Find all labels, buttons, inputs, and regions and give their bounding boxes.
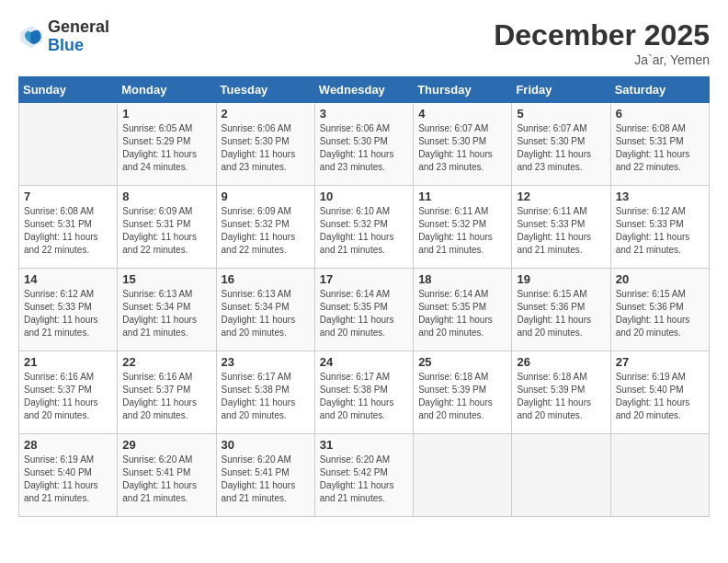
logo-general: General bbox=[48, 17, 109, 36]
logo: General Blue bbox=[18, 18, 109, 55]
month-year: December 2025 bbox=[494, 18, 710, 52]
logo-blue: Blue bbox=[48, 36, 84, 54]
day-info: Sunrise: 6:15 AMSunset: 5:36 PMDaylight:… bbox=[616, 288, 704, 339]
logo-text: General Blue bbox=[48, 18, 109, 55]
weekday-header-wednesday: Wednesday bbox=[314, 77, 413, 103]
calendar-cell: 19Sunrise: 6:15 AMSunset: 5:36 PMDayligh… bbox=[512, 269, 610, 351]
day-info: Sunrise: 6:20 AMSunset: 5:42 PMDaylight:… bbox=[320, 454, 408, 505]
calendar-table: SundayMondayTuesdayWednesdayThursdayFrid… bbox=[18, 76, 710, 517]
location: Ja`ar, Yemen bbox=[494, 52, 710, 67]
weekday-header-friday: Friday bbox=[512, 77, 610, 103]
day-number: 13 bbox=[616, 190, 704, 203]
calendar-cell: 21Sunrise: 6:16 AMSunset: 5:37 PMDayligh… bbox=[19, 351, 118, 434]
day-info: Sunrise: 6:15 AMSunset: 5:36 PMDaylight:… bbox=[517, 288, 605, 339]
calendar-cell: 8Sunrise: 6:09 AMSunset: 5:31 PMDaylight… bbox=[118, 186, 216, 269]
day-number: 28 bbox=[24, 438, 112, 452]
day-info: Sunrise: 6:07 AMSunset: 5:30 PMDaylight:… bbox=[418, 122, 506, 174]
day-number: 10 bbox=[320, 190, 408, 203]
title-block: December 2025 Ja`ar, Yemen bbox=[494, 18, 710, 67]
day-number: 12 bbox=[517, 190, 605, 203]
day-info: Sunrise: 6:10 AMSunset: 5:32 PMDaylight:… bbox=[320, 205, 408, 257]
calendar-cell: 31Sunrise: 6:20 AMSunset: 5:42 PMDayligh… bbox=[314, 434, 413, 517]
calendar-cell: 12Sunrise: 6:11 AMSunset: 5:33 PMDayligh… bbox=[512, 186, 610, 269]
weekday-header-tuesday: Tuesday bbox=[216, 77, 314, 103]
calendar-cell: 29Sunrise: 6:20 AMSunset: 5:41 PMDayligh… bbox=[118, 434, 216, 517]
calendar-cell bbox=[414, 434, 512, 517]
day-info: Sunrise: 6:18 AMSunset: 5:39 PMDaylight:… bbox=[418, 371, 506, 422]
day-number: 7 bbox=[24, 190, 112, 203]
calendar-cell: 5Sunrise: 6:07 AMSunset: 5:30 PMDaylight… bbox=[512, 103, 610, 186]
day-info: Sunrise: 6:12 AMSunset: 5:33 PMDaylight:… bbox=[24, 288, 112, 339]
weekday-header-monday: Monday bbox=[118, 77, 216, 103]
day-number: 3 bbox=[320, 107, 408, 121]
day-info: Sunrise: 6:17 AMSunset: 5:38 PMDaylight:… bbox=[222, 371, 310, 422]
day-number: 23 bbox=[222, 355, 310, 369]
calendar-week-row: 7Sunrise: 6:08 AMSunset: 5:31 PMDaylight… bbox=[19, 186, 710, 269]
calendar-cell: 24Sunrise: 6:17 AMSunset: 5:38 PMDayligh… bbox=[314, 351, 413, 434]
day-info: Sunrise: 6:12 AMSunset: 5:33 PMDaylight:… bbox=[616, 205, 704, 257]
day-number: 2 bbox=[222, 107, 310, 121]
calendar-cell: 25Sunrise: 6:18 AMSunset: 5:39 PMDayligh… bbox=[414, 351, 512, 434]
calendar-cell: 4Sunrise: 6:07 AMSunset: 5:30 PMDaylight… bbox=[414, 103, 512, 186]
day-info: Sunrise: 6:09 AMSunset: 5:32 PMDaylight:… bbox=[222, 205, 310, 257]
calendar-cell: 1Sunrise: 6:05 AMSunset: 5:29 PMDaylight… bbox=[118, 103, 216, 186]
calendar-cell: 30Sunrise: 6:20 AMSunset: 5:41 PMDayligh… bbox=[216, 434, 314, 517]
weekday-header-row: SundayMondayTuesdayWednesdayThursdayFrid… bbox=[19, 77, 710, 103]
day-info: Sunrise: 6:06 AMSunset: 5:30 PMDaylight:… bbox=[320, 122, 408, 174]
calendar-cell: 9Sunrise: 6:09 AMSunset: 5:32 PMDaylight… bbox=[216, 186, 314, 269]
calendar-cell bbox=[19, 103, 118, 186]
calendar-cell: 13Sunrise: 6:12 AMSunset: 5:33 PMDayligh… bbox=[610, 186, 709, 269]
calendar-cell: 2Sunrise: 6:06 AMSunset: 5:30 PMDaylight… bbox=[216, 103, 314, 186]
day-number: 18 bbox=[418, 272, 506, 286]
day-number: 9 bbox=[222, 190, 310, 203]
day-info: Sunrise: 6:19 AMSunset: 5:40 PMDaylight:… bbox=[616, 371, 704, 422]
day-info: Sunrise: 6:20 AMSunset: 5:41 PMDaylight:… bbox=[222, 454, 310, 505]
day-info: Sunrise: 6:08 AMSunset: 5:31 PMDaylight:… bbox=[616, 122, 704, 174]
calendar-cell bbox=[512, 434, 610, 517]
day-number: 31 bbox=[320, 438, 408, 452]
day-info: Sunrise: 6:09 AMSunset: 5:31 PMDaylight:… bbox=[122, 205, 210, 257]
day-number: 19 bbox=[517, 272, 605, 286]
day-number: 14 bbox=[24, 272, 112, 286]
day-info: Sunrise: 6:05 AMSunset: 5:29 PMDaylight:… bbox=[122, 122, 210, 174]
calendar-cell: 28Sunrise: 6:19 AMSunset: 5:40 PMDayligh… bbox=[19, 434, 118, 517]
day-number: 22 bbox=[122, 355, 210, 369]
calendar-cell: 18Sunrise: 6:14 AMSunset: 5:35 PMDayligh… bbox=[414, 269, 512, 351]
day-number: 26 bbox=[517, 355, 605, 369]
calendar-week-row: 14Sunrise: 6:12 AMSunset: 5:33 PMDayligh… bbox=[19, 269, 710, 351]
day-info: Sunrise: 6:14 AMSunset: 5:35 PMDaylight:… bbox=[418, 288, 506, 339]
calendar-cell: 3Sunrise: 6:06 AMSunset: 5:30 PMDaylight… bbox=[314, 103, 413, 186]
day-info: Sunrise: 6:20 AMSunset: 5:41 PMDaylight:… bbox=[122, 454, 210, 505]
day-number: 29 bbox=[122, 438, 210, 452]
day-info: Sunrise: 6:13 AMSunset: 5:34 PMDaylight:… bbox=[122, 288, 210, 339]
weekday-header-sunday: Sunday bbox=[19, 77, 118, 103]
weekday-header-thursday: Thursday bbox=[414, 77, 512, 103]
day-info: Sunrise: 6:08 AMSunset: 5:31 PMDaylight:… bbox=[24, 205, 112, 257]
calendar-cell: 7Sunrise: 6:08 AMSunset: 5:31 PMDaylight… bbox=[19, 186, 118, 269]
day-info: Sunrise: 6:16 AMSunset: 5:37 PMDaylight:… bbox=[122, 371, 210, 422]
day-number: 21 bbox=[24, 355, 112, 369]
day-info: Sunrise: 6:11 AMSunset: 5:33 PMDaylight:… bbox=[517, 205, 605, 257]
day-number: 4 bbox=[418, 107, 506, 121]
calendar-cell: 26Sunrise: 6:18 AMSunset: 5:39 PMDayligh… bbox=[512, 351, 610, 434]
calendar-week-row: 1Sunrise: 6:05 AMSunset: 5:29 PMDaylight… bbox=[19, 103, 710, 186]
calendar-cell: 22Sunrise: 6:16 AMSunset: 5:37 PMDayligh… bbox=[118, 351, 216, 434]
day-info: Sunrise: 6:18 AMSunset: 5:39 PMDaylight:… bbox=[517, 371, 605, 422]
calendar-cell: 15Sunrise: 6:13 AMSunset: 5:34 PMDayligh… bbox=[118, 269, 216, 351]
day-info: Sunrise: 6:07 AMSunset: 5:30 PMDaylight:… bbox=[517, 122, 605, 174]
calendar-cell: 11Sunrise: 6:11 AMSunset: 5:32 PMDayligh… bbox=[414, 186, 512, 269]
day-number: 30 bbox=[222, 438, 310, 452]
day-info: Sunrise: 6:16 AMSunset: 5:37 PMDaylight:… bbox=[24, 371, 112, 422]
day-info: Sunrise: 6:17 AMSunset: 5:38 PMDaylight:… bbox=[320, 371, 408, 422]
weekday-header-saturday: Saturday bbox=[610, 77, 709, 103]
calendar-cell bbox=[610, 434, 709, 517]
day-number: 25 bbox=[418, 355, 506, 369]
calendar-week-row: 21Sunrise: 6:16 AMSunset: 5:37 PMDayligh… bbox=[19, 351, 710, 434]
day-number: 5 bbox=[517, 107, 605, 121]
day-number: 24 bbox=[320, 355, 408, 369]
day-number: 15 bbox=[122, 272, 210, 286]
day-number: 1 bbox=[122, 107, 210, 121]
day-number: 16 bbox=[222, 272, 310, 286]
day-number: 6 bbox=[616, 107, 704, 121]
calendar-cell: 10Sunrise: 6:10 AMSunset: 5:32 PMDayligh… bbox=[314, 186, 413, 269]
